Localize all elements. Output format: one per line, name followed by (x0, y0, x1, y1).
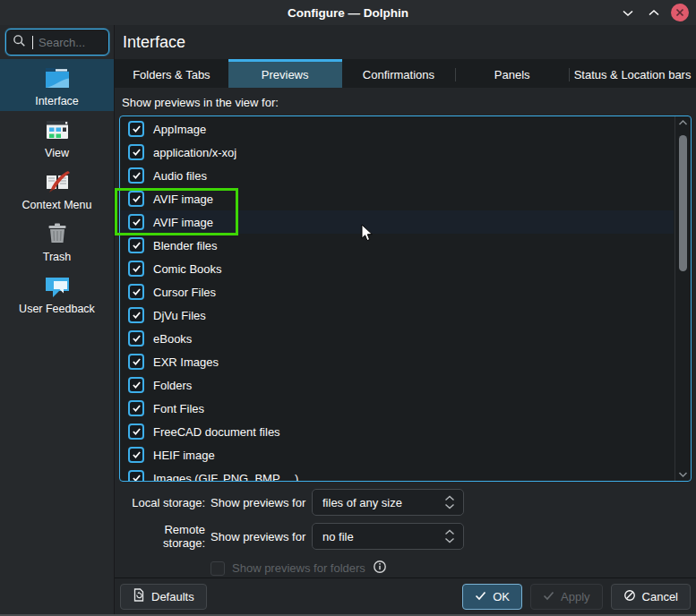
checkbox-checked-icon[interactable] (128, 144, 144, 160)
checkbox-checked-icon[interactable] (128, 284, 144, 300)
feedback-icon (43, 271, 72, 300)
checkbox-checked-icon[interactable] (128, 377, 144, 393)
tab-status-location-bars[interactable]: Status & Location bars (569, 59, 696, 88)
checkbox-checked-icon[interactable] (128, 307, 144, 323)
preview-type-row[interactable]: AVIF image (121, 187, 674, 210)
preview-type-row[interactable]: AppImage (121, 117, 674, 141)
tab-folders-tabs[interactable]: Folders & Tabs (115, 59, 228, 88)
preview-type-row[interactable]: DjVu Files (121, 304, 674, 327)
sidebar-item-label: Context Menu (22, 199, 92, 211)
scrollbar-thumb[interactable] (679, 135, 687, 271)
folders-previews-label: Show previews for folders (232, 561, 365, 575)
local-storage-mid-label: Show previews for (211, 496, 307, 509)
preview-type-row[interactable]: Audio files (121, 164, 674, 187)
cancel-icon (623, 589, 636, 604)
preview-type-row[interactable]: application/x-xoj (121, 141, 674, 164)
preview-type-row[interactable]: Comic Books (121, 257, 674, 280)
checkbox-checked-icon[interactable] (128, 470, 144, 482)
checkbox-checked-icon[interactable] (128, 330, 144, 346)
checkbox-checked-icon[interactable] (128, 237, 144, 253)
preview-type-label: Comic Books (153, 262, 222, 276)
preview-type-row[interactable]: Blender files (121, 234, 674, 257)
checkbox-checked-icon[interactable] (128, 214, 144, 230)
preview-type-row[interactable]: EXR Images (121, 350, 674, 373)
folder-interface-icon (43, 64, 72, 92)
defaults-button-label: Defaults (151, 590, 194, 603)
preview-type-label: DjVu Files (153, 309, 206, 322)
chevron-up-icon (648, 6, 660, 20)
checkbox-checked-icon[interactable] (128, 121, 144, 137)
list-label: Show previews in the view for: (119, 88, 692, 116)
titlebar[interactable]: Configure — Dolphin (0, 0, 696, 25)
minimize-button[interactable] (619, 4, 637, 21)
checkbox-checked-icon[interactable] (128, 167, 144, 184)
spinner-arrows-icon (444, 529, 455, 543)
apply-button-label: Apply (561, 590, 590, 603)
cancel-button-label: Cancel (642, 590, 678, 603)
sidebar-item-view[interactable]: View (0, 111, 114, 163)
text-caret (32, 36, 33, 49)
local-storage-combobox[interactable]: files of any size (312, 489, 464, 516)
scroll-down-arrow-icon[interactable] (678, 468, 688, 481)
checkbox-checked-icon[interactable] (128, 261, 144, 277)
search-placeholder: Search... (39, 36, 85, 49)
preview-type-row[interactable]: Folders (121, 373, 674, 397)
view-icon (43, 116, 72, 144)
previews-settings-panel: Show previews in the view for: AppImagea… (115, 88, 696, 578)
tab-label: Panels (494, 68, 530, 81)
preview-type-label: Images (GIF, PNG, BMP, ...) (153, 472, 298, 483)
tab-label: Confirmations (363, 68, 434, 81)
checkbox-checked-icon[interactable] (128, 447, 144, 463)
tab-panels[interactable]: Panels (455, 59, 569, 88)
scrollbar[interactable] (675, 116, 691, 481)
preview-type-row[interactable]: Images (GIF, PNG, BMP, ...) (121, 466, 674, 482)
tab-confirmations[interactable]: Confirmations (342, 59, 456, 88)
preview-type-label: Font Files (153, 402, 204, 415)
sidebar: Search... InterfaceViewContext MenuTrash… (0, 25, 115, 614)
context-menu-icon (43, 167, 72, 196)
preview-type-label: application/x-xoj (153, 146, 236, 159)
tab-label: Folders & Tabs (133, 68, 210, 81)
preview-type-row[interactable]: Cursor Files (121, 280, 674, 304)
sidebar-item-user-feedback[interactable]: User Feedback (0, 267, 114, 319)
spinner-arrows-icon (444, 495, 455, 509)
checkbox-checked-icon[interactable] (128, 424, 144, 440)
preview-type-row[interactable]: Font Files (121, 397, 674, 420)
sidebar-item-label: Trash (43, 251, 72, 263)
sidebar-item-context-menu[interactable]: Context Menu (0, 163, 114, 215)
checkbox-checked-icon[interactable] (128, 191, 144, 207)
apply-button: Apply (530, 584, 603, 610)
scroll-up-arrow-icon[interactable] (678, 116, 688, 129)
preview-type-row[interactable]: FreeCAD document files (121, 420, 674, 443)
sidebar-item-trash[interactable]: Trash (0, 215, 114, 267)
preview-type-label: Blender files (153, 239, 218, 252)
sidebar-item-label: User Feedback (19, 303, 95, 315)
chevron-down-icon (622, 6, 634, 20)
checkbox-checked-icon[interactable] (128, 354, 144, 370)
defaults-button[interactable]: Defaults (120, 584, 207, 610)
info-icon[interactable] (373, 560, 387, 577)
ok-button-label: OK (493, 590, 510, 603)
close-button[interactable] (671, 4, 689, 21)
sidebar-item-interface[interactable]: Interface (0, 59, 114, 111)
preview-type-row[interactable]: AVIF image (121, 210, 674, 234)
preview-type-row[interactable]: eBooks (121, 327, 674, 350)
preview-type-label: EXR Images (153, 355, 219, 369)
checkbox-checked-icon[interactable] (128, 400, 144, 416)
tab-previews[interactable]: Previews (228, 59, 342, 88)
remote-storage-combobox[interactable]: no file (312, 523, 464, 550)
preview-type-label: HEIF image (153, 449, 215, 462)
preview-type-label: Cursor Files (153, 286, 216, 299)
preview-types-list[interactable]: AppImageapplication/x-xojAudio filesAVIF… (119, 116, 692, 482)
check-icon (543, 590, 554, 603)
preview-type-row[interactable]: HEIF image (121, 443, 674, 466)
close-icon (675, 6, 684, 20)
ok-button[interactable]: OK (462, 584, 522, 610)
dolphin-folder-icon (7, 4, 25, 21)
window-title: Configure — Dolphin (0, 6, 696, 20)
dialog-button-box: Defaults OK Apply Cancel (115, 578, 696, 614)
cancel-button[interactable]: Cancel (611, 584, 691, 610)
tabbar: Folders & TabsPreviewsConfirmationsPanel… (115, 59, 696, 88)
maximize-button[interactable] (645, 4, 663, 21)
search-input[interactable]: Search... (5, 29, 109, 56)
